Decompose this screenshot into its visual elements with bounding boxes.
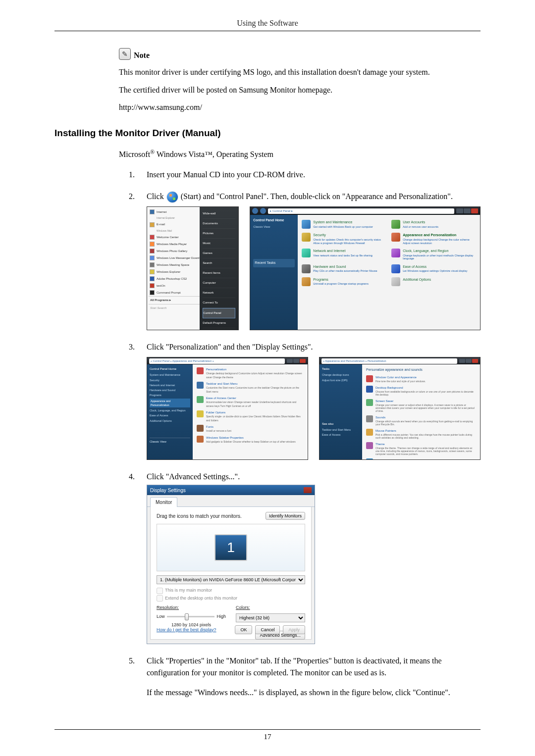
- cp-cat-sub: Change keyboards or other input methods …: [403, 254, 476, 260]
- pr-item-desc: Change your screen saver or adjust when …: [375, 403, 476, 412]
- cp-cat-sub: Change desktop background Change the col…: [403, 238, 476, 245]
- ds-apply-button[interactable]: Apply: [283, 625, 305, 634]
- step-1: Insert your Manual CD into your CD-ROM d…: [129, 169, 481, 181]
- sm-item: Windows Photo Gallery: [157, 249, 187, 253]
- sm-ritem: Search: [203, 258, 235, 268]
- cp-cat: Ease of Access: [403, 264, 467, 270]
- figure-control-panel: ▸ Control Panel ▸ Control Panel Home Cla…: [250, 206, 481, 330]
- cp-cat-sub: Let Windows suggest settings Optimize vi…: [403, 269, 467, 273]
- pr-item-desc: Pick a different mouse pointer. You can …: [375, 433, 476, 439]
- registered-symbol: ®: [150, 149, 155, 155]
- sm-ritem: Help and Support: [203, 328, 235, 330]
- pl-address: « Control Panel » Appearance and Persona…: [149, 358, 285, 363]
- sm-ritem: Music: [203, 239, 235, 249]
- pr-item: Theme: [375, 442, 476, 447]
- step-2-post: (Start) and "Control Panel". Then, doubl…: [181, 192, 453, 201]
- pl-link: Network and Internet: [150, 383, 190, 387]
- ds-tab-monitor[interactable]: Monitor: [150, 497, 177, 507]
- pl-link: Additional Options: [150, 419, 190, 423]
- note-icon: ✎: [119, 48, 131, 60]
- step-2: Click (Start) and "Control Panel". Then,…: [129, 191, 481, 330]
- forward-icon: [260, 208, 266, 214]
- ds-drag-text: Drag the icons to match your monitors.: [157, 512, 242, 520]
- pl-sidebar-head: Control Panel Home: [150, 367, 190, 371]
- header-title: Using the Software: [237, 19, 298, 27]
- pl-link: Programs: [150, 393, 190, 397]
- section-heading: Installing the Monitor Driver (Manual): [54, 128, 481, 139]
- pl-item-desc: Customize the Start menu Customize icons…: [206, 386, 304, 394]
- ds-chk-main: [157, 588, 163, 594]
- pr-item-desc: Change the theme. Themes can change a wi…: [375, 447, 476, 455]
- ds-cancel-button[interactable]: Cancel: [255, 625, 280, 634]
- ds-help-link[interactable]: How do I get the best display?: [157, 627, 216, 634]
- sm-ritem: Default Programs: [203, 318, 235, 328]
- pr-heading: Personalize appearance and sounds: [366, 367, 476, 373]
- section-subheading: Microsoft® Windows Vista™, Operating Sys…: [119, 149, 481, 159]
- cp-cat: User Accounts: [403, 220, 438, 225]
- step-4: Click "Advanced Settings...". Display Se…: [129, 471, 481, 644]
- page-header: Using the Software: [54, 19, 481, 31]
- cp-sidebar-head: Control Panel Home: [253, 218, 295, 223]
- pl-item: Ease of Access Center: [206, 396, 304, 401]
- ds-res-label: Resolution:: [157, 605, 179, 610]
- pr-address: « Appearance and Personalization » Perso…: [321, 358, 457, 363]
- ds-identify-button[interactable]: Identify Monitors: [266, 512, 305, 520]
- ds-title: Display Settings: [150, 487, 186, 494]
- cp-cat-sub: Play CDs or other media automatically Pr…: [313, 269, 377, 273]
- back-icon: [252, 208, 258, 214]
- ds-chk-extend: [157, 595, 163, 602]
- pr-item-desc: Fine tune the color and style of your wi…: [375, 380, 426, 383]
- figure-personalization-left: « Control Panel » Appearance and Persona…: [147, 357, 308, 460]
- ds-chk-main-label: This is my main monitor: [165, 587, 212, 594]
- pl-classic: Classic View: [150, 438, 190, 444]
- sm-item: textOn: [157, 284, 165, 288]
- step-1-text: Insert your Manual CD into your CD-ROM d…: [147, 170, 305, 179]
- ds-slider-high: High: [216, 613, 226, 620]
- cp-cat-sub: Check for updates Check this computer's …: [313, 238, 386, 245]
- sm-ritem: Connect To: [203, 298, 235, 308]
- sm-ritem: Computer: [203, 278, 235, 288]
- pl-link-highlight: Appearance and Personalization: [150, 399, 190, 408]
- cp-cat: Programs: [313, 277, 369, 283]
- figure-personalization-right: « Appearance and Personalization » Perso…: [319, 357, 481, 460]
- step-2-pre: Click: [147, 192, 166, 201]
- sm-ritem: Wide-wall: [203, 209, 235, 219]
- ds-device-select[interactable]: 1. (Multiple Monitors) on NVIDIA GeForce…: [157, 575, 305, 584]
- note-line-2: The certified driver will be posted on S…: [119, 85, 481, 96]
- cp-cat: System and Maintenance: [313, 220, 373, 225]
- close-icon: [304, 487, 312, 493]
- cp-cat: Additional Options: [403, 277, 431, 283]
- sm-item: Adobe Photoshop CS2: [157, 277, 187, 281]
- step-4-text: Click "Advanced Settings...".: [147, 472, 240, 481]
- cp-sidebar-link: Classic View: [253, 225, 295, 229]
- sm-item: Internet: [157, 210, 166, 214]
- sm-ritem: Documents: [203, 219, 235, 229]
- step-5: Click "Properties" in the "Monitor" tab.…: [129, 655, 481, 699]
- ds-monitor-icon[interactable]: 1: [214, 534, 247, 561]
- pl-item: Fonts: [206, 425, 231, 429]
- sm-item: Windows Media Player: [157, 242, 187, 247]
- page-number: 17: [264, 733, 271, 741]
- sm-item: Windows Live Messenger Download: [157, 256, 205, 260]
- page-footer: 17: [54, 729, 481, 741]
- pr-seealso: See also: [322, 422, 360, 426]
- ds-colors-select[interactable]: Highest (32 bit): [236, 613, 305, 622]
- pl-item-desc: Change desktop background Customize colo…: [206, 372, 304, 379]
- pl-link: Ease of Access: [150, 413, 190, 417]
- close-icon: [472, 359, 478, 363]
- sm-all-programs: All Programs: [150, 299, 168, 302]
- close-icon: [300, 359, 306, 363]
- ds-ok-button[interactable]: OK: [235, 625, 252, 634]
- sm-ritem: Pictures: [203, 229, 235, 239]
- pl-item-desc: Specify single- or double-click to open …: [206, 415, 304, 422]
- note-block: ✎ Note This monitor driver is under cert…: [119, 48, 481, 113]
- figure-start-menu: Internet Internet Explorer E-mail Window…: [147, 206, 239, 330]
- step-3-text: Click "Personalization" and then "Displa…: [147, 343, 313, 351]
- step-5-text: Click "Properties" in the "Monitor" tab.…: [147, 656, 442, 677]
- pr-link: Change desktop icons: [322, 373, 360, 377]
- cp-cat-sub: Get started with Windows Back up your co…: [313, 225, 373, 229]
- pr-item-desc: Change which sounds are heard when you d…: [375, 420, 476, 426]
- ds-res-slider[interactable]: [167, 616, 215, 617]
- windows-start-orb-icon: [167, 192, 178, 202]
- sm-ritem: Network: [203, 288, 235, 298]
